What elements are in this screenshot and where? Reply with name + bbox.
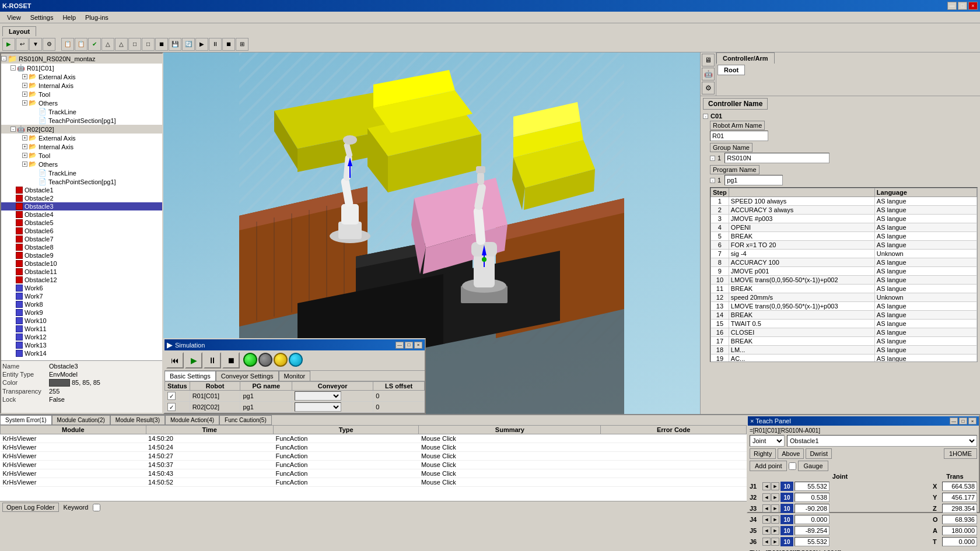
sim-rewind-btn[interactable]: ⏮ [166,352,184,368]
tree-item-work9[interactable]: Work9 [1,308,162,317]
j4-right-btn[interactable]: ► [771,515,779,524]
j6-right-btn[interactable]: ► [771,538,779,546]
tree-root[interactable]: - 📁 RS010N_RS020N_montaz [1,54,162,64]
tree-item-work8[interactable]: Work8 [1,300,162,308]
close-btn[interactable]: × [968,2,978,10]
tab-monitor[interactable]: Monitor [279,371,311,381]
trans-x-value[interactable] [942,482,977,491]
tree-item-obs11[interactable]: Obstacle11 [1,268,162,276]
tree-item-tool-2[interactable]: + 📂 Tool [1,151,162,160]
tree-expand-tool1[interactable]: + [22,92,27,97]
j5-left-btn[interactable]: ◄ [762,527,771,535]
tree-item-int-axis-2[interactable]: + 📂 Internal Axis [1,142,162,151]
tree-item-others-1[interactable]: + 📂 Others [1,99,162,107]
menu-view[interactable]: View [2,13,26,22]
tree-item-tool-1[interactable]: + 📂 Tool [1,90,162,99]
log-tab-func-caution[interactable]: Func Caution(5) [219,415,272,425]
sim-pause-btn[interactable]: ⏸ [204,352,221,368]
sim-close-btn[interactable]: × [414,342,422,349]
tree-item-work12[interactable]: Work12 [1,333,162,341]
add-point-btn[interactable]: Add point [750,461,787,471]
sim-checkbox-2[interactable]: ✓ [167,403,176,411]
gauge-btn[interactable]: Gauge [798,461,828,471]
tree-item-obs7[interactable]: Obstacle7 [1,235,162,243]
log-tab-module-caution[interactable]: Module Caution(2) [52,415,110,425]
tree-expand-int2[interactable]: + [22,144,27,149]
tree-item-obs5[interactable]: Obstacle5 [1,219,162,227]
trans-y-value[interactable] [942,493,977,502]
sim-conveyor-select-1[interactable] [295,391,341,401]
j4-left-btn[interactable]: ◄ [762,515,771,524]
expand-c01[interactable]: - [703,114,708,119]
j5-value[interactable] [794,526,830,535]
toolbar-btn-sq1[interactable]: □ [128,38,141,51]
trans-o-value[interactable] [942,515,977,524]
joint-mode-select[interactable]: Joint [750,435,785,447]
menu-help[interactable]: Help [58,13,80,22]
tree-item-teach-2[interactable]: 📄 TeachPointSection[pg1] [1,177,162,186]
j1-left-btn[interactable]: ◄ [762,482,771,490]
j1-value[interactable] [794,482,830,491]
icon-settings[interactable]: ⚙ [702,82,715,94]
obstacle-select[interactable]: Obstacle1 [787,435,977,447]
toolbar-btn-stop2[interactable]: ⏹ [222,38,235,51]
above-btn[interactable]: Above [778,448,804,459]
tab-conveyor-settings[interactable]: Conveyor Settings [216,371,279,381]
tree-item-work6[interactable]: Work6 [1,284,162,292]
tree-expand-ext2[interactable]: + [22,135,27,141]
j3-value[interactable] [794,504,830,513]
robot-arm-input[interactable] [710,131,768,141]
toolbar-btn-back[interactable]: ↩ [16,38,29,51]
teach-minimize-btn[interactable]: — [950,417,958,424]
minimize-btn[interactable]: — [947,2,957,10]
toolbar-btn-down[interactable]: ▼ [29,38,42,51]
group-name-input[interactable] [724,153,830,163]
expand-program[interactable]: - [710,178,715,183]
tree-item-work7[interactable]: Work7 [1,292,162,300]
tree-item-obs8[interactable]: Obstacle8 [1,243,162,251]
trans-a-value[interactable] [942,526,977,535]
tree-expand-int1[interactable]: + [22,83,27,88]
tree-item-others-2[interactable]: + 📂 Others [1,160,162,169]
expand-group[interactable]: - [710,156,715,161]
toolbar-btn-pause[interactable]: ⏸ [209,38,222,51]
open-log-folder-btn[interactable]: Open Log Folder [2,503,59,512]
sim-conveyor-select-2[interactable] [295,402,341,412]
tree-item-obs6[interactable]: Obstacle6 [1,227,162,235]
tree-item-work10[interactable]: Work10 [1,317,162,325]
tree-area[interactable]: - 📁 RS010N_RS020N_montaz - 🤖 R01[C01] + … [1,54,162,360]
j6-value[interactable] [794,537,830,546]
tab-basic-settings[interactable]: Basic Settings [164,371,216,381]
toolbar-btn-check[interactable]: ✔ [88,38,101,51]
layout-tab[interactable]: Layout [2,26,36,36]
tree-item-work13[interactable]: Work13 [1,341,162,349]
tree-item-obs2[interactable]: Obstacle2 [1,194,162,202]
toolbar-btn-tri1[interactable]: △ [102,38,114,51]
j3-left-btn[interactable]: ◄ [762,504,771,513]
toolbar-btn-settings[interactable]: ⚙ [43,38,55,51]
toolbar-btn-play[interactable]: ▶ [2,38,15,51]
j6-left-btn[interactable]: ◄ [762,538,771,546]
viewport-area[interactable]: ▶ Simulation — □ × ⏮ ▶ ⏸ ⏹ [163,52,700,414]
program-name-input[interactable] [724,175,783,185]
log-tab-module-action[interactable]: Module Action(4) [165,415,219,425]
j5-right-btn[interactable]: ► [771,527,779,535]
tree-expand-others2[interactable]: + [22,162,27,167]
j2-left-btn[interactable]: ◄ [762,493,771,501]
j3-right-btn[interactable]: ► [771,504,779,513]
tree-expand-others1[interactable]: + [22,100,27,106]
j2-value[interactable] [794,493,830,502]
maximize-btn[interactable]: □ [958,2,967,10]
toolbar-btn-play2[interactable]: ▶ [195,38,208,51]
tree-expand-r02[interactable]: - [10,127,16,132]
tree-item-ext-axis-2[interactable]: + 📂 External Axis [1,134,162,142]
toolbar-btn-sq2[interactable]: □ [142,38,155,51]
tree-expand-tool2[interactable]: + [22,153,27,158]
tree-item-trackline-2[interactable]: 📄 TrackLine [1,169,162,177]
log-tab-module-result[interactable]: Module Result(3) [110,415,165,425]
tree-item-trackline-1[interactable]: 📄 TrackLine [1,107,162,116]
sim-checkbox-1[interactable]: ✓ [167,392,176,400]
tree-item-obs9[interactable]: Obstacle9 [1,251,162,259]
teach-maximize-btn[interactable]: □ [959,417,967,424]
teach-close-btn[interactable]: × [968,417,977,424]
